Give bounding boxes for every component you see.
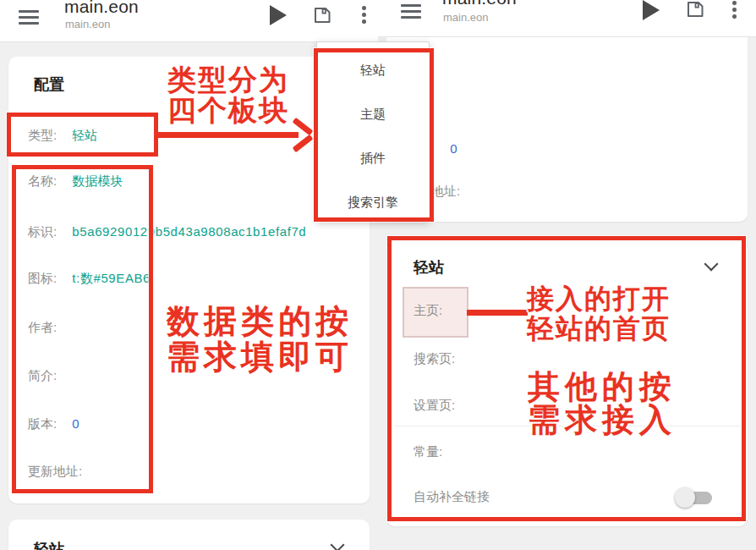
play-icon[interactable]: [270, 5, 287, 25]
lightsite-card-left-title: 轻站: [34, 539, 64, 550]
annotation-data-note: 数据类的按 需求填即可: [167, 304, 353, 375]
window-title: main.eon: [442, 0, 517, 8]
save-icon[interactable]: [312, 5, 332, 25]
overflow-menu-icon[interactable]: [732, 1, 736, 21]
annotation-rect-data-fields: [12, 165, 153, 493]
save-icon[interactable]: [685, 0, 705, 19]
menu-icon[interactable]: [401, 4, 421, 19]
composite-screenshot: main.eon main.eon 配置 类型: 轻站 名称: 数据模块 标识:…: [0, 0, 756, 550]
annotation-rect-type: [7, 113, 158, 157]
annotation-type-note: 类型分为 四个板块: [167, 64, 289, 125]
config-heading: 配置: [34, 74, 64, 95]
menu-icon[interactable]: [19, 10, 39, 25]
window-subtitle: main.eon: [443, 11, 488, 24]
window-subtitle: main.eon: [65, 18, 110, 30]
annotation-rect-dropdown: [314, 48, 434, 222]
left-topbar: main.eon main.eon: [0, 0, 378, 42]
annotation-other-note: 其他的按 需求接入: [528, 371, 677, 437]
annotation-arrow-shaft: [156, 132, 299, 138]
annotation-connector-homepage: [467, 310, 528, 316]
annotation-homepage-note: 接入的打开 轻站的首页: [527, 284, 671, 344]
chevron-down-icon[interactable]: [332, 540, 343, 550]
overflow-menu-icon[interactable]: [362, 6, 365, 26]
window-title: main.eon: [64, 0, 139, 17]
field-version-value: 0: [450, 141, 457, 156]
lightsite-card-left: 轻站: [8, 520, 370, 550]
play-icon[interactable]: [643, 0, 660, 20]
right-topbar: main.eon main.eon: [378, 0, 756, 37]
